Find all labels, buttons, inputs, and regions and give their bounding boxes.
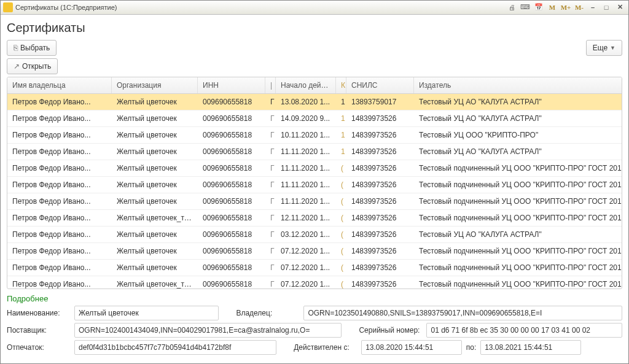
cell-org: Желтый цветочек_те... (112, 280, 198, 288)
cell-start: 11.11.2020 1... (276, 164, 336, 172)
calc-icon[interactable]: ⌨ (519, 2, 531, 12)
col-issuer[interactable]: Издатель (414, 77, 622, 93)
memory-mplus-button[interactable]: M+ (560, 2, 572, 12)
table-row[interactable]: Петров Федор Ивано...Желтый цветочек0096… (7, 260, 622, 276)
more-button[interactable]: Еще ▼ (586, 40, 622, 56)
cell-inn: 009690655818 (198, 131, 265, 139)
cell-org: Желтый цветочек (112, 230, 198, 239)
cell-owner: Петров Федор Ивано... (7, 131, 112, 139)
cell-start: 14.09.2020 9... (276, 114, 336, 123)
cell-snils: 13893759017 (346, 98, 414, 106)
titlebar: Сертификаты (1С:Предприятие) 🖨 ⌨ 📅 M M+ … (1, 1, 628, 15)
thumb-field[interactable]: def0f4d31b1bcbc457f7c77b05941d4b4172bf8f (74, 340, 276, 355)
table-row[interactable]: Петров Федор Ивано...Желтый цветочек_те.… (7, 210, 622, 227)
cell-start: 03.12.2020 1... (276, 230, 336, 239)
table-row[interactable]: Петров Федор Ивано...Желтый цветочек_те.… (7, 276, 622, 288)
cell-org: Желтый цветочек (112, 114, 198, 123)
col-divider-1[interactable]: | (265, 77, 276, 93)
select-icon: ⎘ (14, 44, 18, 52)
cell-start: 13.08.2020 1... (276, 98, 336, 106)
memory-mminus-button[interactable]: M- (573, 2, 585, 12)
cell-inn: 009690655818 (198, 164, 265, 172)
cell-issuer: Тестовый УЦ АО "КАЛУГА АСТРАЛ" (414, 230, 622, 239)
cell-inn: 009690655818 (198, 98, 265, 106)
cell-owner: Петров Федор Ивано... (7, 164, 112, 172)
col-owner[interactable]: Имя владельца (7, 77, 112, 93)
calendar-icon[interactable]: 📅 (533, 2, 545, 12)
cell-snils: 14839973526 (346, 214, 414, 222)
app-logo-icon (3, 2, 13, 12)
cell-start: 11.11.2020 1... (276, 180, 336, 189)
maximize-button[interactable]: □ (600, 2, 612, 12)
table-row[interactable]: Петров Федор Ивано...Желтый цветочек0096… (7, 243, 622, 260)
select-button[interactable]: ⎘ Выбрать (7, 40, 57, 56)
cell-issuer: Тестовый УЦ АО "КАЛУГА АСТРАЛ" (414, 147, 622, 156)
col-start[interactable]: Начало дейс... (276, 77, 336, 93)
cell-org: Желтый цветочек (112, 247, 198, 255)
cell-g2: 1 (336, 114, 346, 123)
cell-owner: Петров Федор Ивано... (7, 214, 112, 222)
valid-to-field[interactable]: 13.08.2021 15:44:51 (480, 340, 581, 355)
app-window: Сертификаты (1С:Предприятие) 🖨 ⌨ 📅 M M+ … (0, 0, 629, 364)
open-button[interactable]: ↗ Открыть (7, 58, 58, 74)
table-row[interactable]: Петров Федор Ивано...Желтый цветочек0096… (7, 127, 622, 144)
cell-g1: Г (265, 114, 276, 123)
cell-start: 12.11.2020 1... (276, 214, 336, 222)
open-button-label: Открыть (22, 62, 51, 71)
cell-g2: ( (336, 164, 346, 172)
name-label: Наименование: (7, 309, 74, 317)
cell-org: Желтый цветочек_те... (112, 214, 198, 222)
cell-g2: 1 (336, 131, 346, 139)
table-row[interactable]: Петров Федор Ивано...Желтый цветочек0096… (7, 227, 622, 243)
cell-g1: Г (265, 230, 276, 239)
table-body[interactable]: Петров Федор Ивано...Желтый цветочек0096… (7, 94, 622, 288)
memory-m-button[interactable]: M (546, 2, 558, 12)
owner-label: Владелец: (236, 309, 303, 317)
owner-field[interactable]: OGRN=1023501490880,SNILS=13893759017,INN… (303, 306, 622, 320)
table-row[interactable]: Петров Федор Ивано...Желтый цветочек0096… (7, 144, 622, 160)
col-snils[interactable]: СНИЛС (346, 77, 414, 93)
cell-g1: Г (265, 164, 276, 172)
cell-issuer: Тестовый подчиненный УЦ ООО "КРИПТО-ПРО"… (414, 280, 622, 288)
cell-owner: Петров Федор Ивано... (7, 263, 112, 272)
supplier-label: Поставщик: (7, 326, 74, 335)
cell-issuer: Тестовый подчиненный УЦ ООО "КРИПТО-ПРО"… (414, 180, 622, 189)
table-row[interactable]: Петров Федор Ивано...Желтый цветочек0096… (7, 177, 622, 193)
table-row[interactable]: Петров Федор Ивано...Желтый цветочек0096… (7, 94, 622, 110)
cell-owner: Петров Федор Ивано... (7, 280, 112, 288)
col-divider-2[interactable]: К (336, 77, 346, 93)
cell-g1: Г (265, 180, 276, 189)
cell-snils: 14839973526 (346, 230, 414, 239)
print-icon[interactable]: 🖨 (506, 2, 518, 12)
content-area: Сертификаты ⎘ Выбрать Еще ▼ ↗ Открыть И (1, 15, 628, 363)
more-button-label: Еще (593, 44, 608, 52)
cell-inn: 009690655818 (198, 230, 265, 239)
col-inn[interactable]: ИНН (198, 77, 265, 93)
cell-g2: ( (336, 180, 346, 189)
cell-org: Желтый цветочек (112, 147, 198, 156)
cell-issuer: Тестовый подчиненный УЦ ООО "КРИПТО-ПРО"… (414, 247, 622, 255)
thumb-label: Отпечаток: (7, 343, 74, 352)
close-button[interactable]: ✕ (614, 2, 626, 12)
cell-g2: ( (336, 197, 346, 206)
table-row[interactable]: Петров Федор Ивано...Желтый цветочек0096… (7, 110, 622, 127)
toolbar: ⎘ Выбрать Еще ▼ (7, 40, 622, 56)
cell-g1: Г (265, 147, 276, 156)
serial-field[interactable]: 01 d6 71 6f 8b ec 35 30 00 00 00 17 03 4… (426, 323, 622, 338)
valid-from-field[interactable]: 13.08.2020 15:44:51 (361, 340, 462, 355)
minimize-button[interactable]: – (587, 2, 599, 12)
cell-inn: 009690655818 (198, 280, 265, 288)
cell-start: 07.12.2020 1... (276, 280, 336, 288)
name-field[interactable]: Желтый цветочек (74, 306, 219, 320)
chevron-down-icon: ▼ (610, 45, 615, 51)
supplier-field[interactable]: OGRN=1024001434049,INN=004029017981,E=ca… (74, 323, 342, 338)
cell-g2: 1 (336, 98, 346, 106)
col-org[interactable]: Организация (112, 77, 198, 93)
cell-org: Желтый цветочек (112, 197, 198, 206)
table-row[interactable]: Петров Федор Ивано...Желтый цветочек0096… (7, 160, 622, 177)
table-row[interactable]: Петров Федор Ивано...Желтый цветочек0096… (7, 193, 622, 210)
cell-owner: Петров Федор Ивано... (7, 114, 112, 123)
cell-owner: Петров Федор Ивано... (7, 247, 112, 255)
cell-g2: 1 (336, 147, 346, 156)
cell-snils: 14839973526 (346, 197, 414, 206)
